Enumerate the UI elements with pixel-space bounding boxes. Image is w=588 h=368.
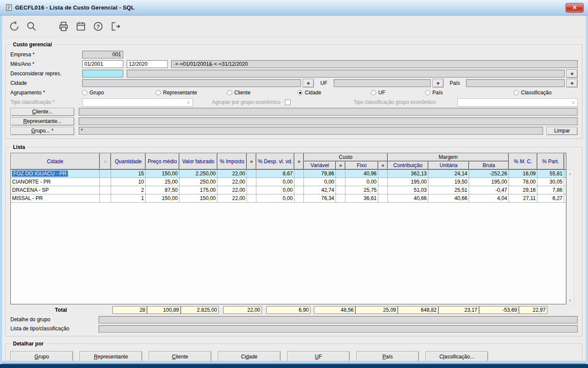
detalhar-representante[interactable]: Representante [80, 351, 142, 361]
column-header-5[interactable]: % Imposto [217, 153, 247, 169]
column-header-14[interactable]: Unitária [428, 161, 469, 169]
agrupamento-radio-grupo[interactable]: Grupo [82, 90, 156, 96]
mes-from-input[interactable]: 01/2001 [82, 60, 123, 68]
lista-tipo-row: Lista de tipo/classificação [10, 325, 578, 332]
grid-cell: -0,47 [469, 186, 509, 194]
tipo-grupo-economico-select[interactable]: ∨ [457, 98, 578, 107]
agrupamento-radio-cliente[interactable]: Cliente [227, 90, 297, 96]
detalhar-grupo[interactable]: Grupo [10, 351, 73, 361]
radio-label: Representante [163, 90, 197, 96]
agrupamento-radio-representante[interactable]: Representante [156, 90, 227, 96]
column-header-7[interactable]: % Desp. vl. vd. [256, 153, 294, 169]
grid-cell: 195,00 [469, 178, 509, 186]
table-row[interactable]: MISSAL - PR1150,00150,0022,000,0076,3436… [11, 194, 566, 203]
column-header-17[interactable]: % Part. [537, 153, 564, 169]
close-button[interactable]: ✕ [566, 3, 584, 13]
print-button[interactable] [58, 20, 70, 32]
column-header-2[interactable]: Quantidade [111, 153, 146, 169]
grid-cell: 2.250,00 [179, 170, 217, 178]
table-row[interactable]: DRACENA - SP287,50175,0022,000,0042,7425… [11, 186, 566, 194]
table-row[interactable]: CIANORTE - PR1025,00250,0022,000,000,000… [11, 178, 566, 186]
grid-cell [336, 170, 345, 178]
empresa-label: Empresa * [10, 52, 82, 58]
detalhar-classificao[interactable]: Classificação... [425, 351, 488, 361]
grid-cell: 362,13 [388, 170, 428, 178]
column-header-11[interactable]: Fixo [345, 161, 378, 169]
agrupamento-radio-uf[interactable]: UF [371, 90, 425, 96]
column-header-0[interactable]: Cidade [11, 153, 100, 169]
grid-cell: 22,00 [217, 170, 247, 178]
grid-cell: 195,00 [388, 178, 428, 186]
grid-cell: 30,05 [537, 178, 564, 186]
scroll-up-icon[interactable]: ∧ [569, 171, 572, 176]
column-header-3[interactable]: Preço médio [146, 153, 179, 169]
scroll-down-icon[interactable]: ∨ [569, 298, 572, 303]
column-header-13[interactable]: Contribuição [388, 161, 428, 169]
exit-button[interactable] [109, 20, 121, 32]
grid-cell [100, 194, 111, 202]
detalhar-buttons: GrupoRepresentanteClienteCidadeUFPaísCla… [10, 351, 578, 361]
tipo-classificacao-label: Tipo classificação * [10, 99, 82, 105]
total-value: 22,00 [223, 306, 262, 314]
mes-ano-label: Mês/Ano * [10, 61, 82, 67]
cidade-lookup-button[interactable]: » [303, 79, 314, 87]
detalhar-uf[interactable]: UF [287, 351, 350, 361]
cliente-button[interactable]: Cliente... [10, 108, 74, 116]
grid-cell: 22,00 [217, 178, 247, 186]
agrupar-grupo-checkbox[interactable] [285, 100, 291, 105]
total-value: 6,90 [266, 306, 310, 314]
mes-to-input[interactable]: 12/2020 [127, 60, 168, 68]
detalhar-pas[interactable]: País [356, 351, 419, 361]
uf-lookup-button[interactable]: » [432, 79, 444, 87]
undo-icon [9, 21, 20, 32]
table-row[interactable]: FOZ DO IGUACU - PR15150,002.250,0022,008… [11, 170, 566, 178]
grid-cell [100, 186, 111, 194]
mes-ano-row: Mês/Ano * 01/2001 12/2020 ·>·=01/01/2001… [10, 60, 578, 68]
column-header-9[interactable]: Variável [304, 161, 336, 169]
grid-cell: 42,74 [304, 186, 336, 194]
grupo-button[interactable]: Grupo... * [10, 127, 74, 135]
column-header-10[interactable]: » [336, 161, 345, 169]
desconsiderar-input[interactable] [82, 70, 123, 77]
city-cell: DRACENA - SP [11, 186, 100, 194]
tipo-classificacao-select[interactable]: ∨ [82, 98, 193, 107]
selected-cell-highlight: FOZ DO IGUACU - PR [12, 171, 68, 177]
agrupamento-radio-cidade[interactable]: Cidade [297, 90, 371, 96]
cidade-row: Cidade » UF » País » [10, 79, 578, 87]
cidade-label: Cidade [10, 80, 82, 86]
column-header-6[interactable]: » [247, 153, 256, 169]
detalhar-cliente[interactable]: Cliente [149, 351, 211, 361]
column-header-8[interactable]: » [294, 153, 304, 169]
representante-button[interactable]: Representante... [10, 117, 74, 126]
pais-lookup-button[interactable]: » [566, 79, 578, 87]
radio-icon [425, 90, 430, 95]
grid-cell: 7,86 [537, 186, 564, 194]
search-button[interactable] [26, 20, 38, 32]
pais-field [466, 79, 565, 87]
grid-cell: 15 [111, 170, 146, 178]
desconsiderar-lookup-button[interactable]: » [566, 69, 578, 78]
limpar-button[interactable]: Limpar [546, 127, 578, 135]
custo-group: CustoVariável»Fixo» [304, 153, 388, 169]
help-button[interactable]: ? [92, 20, 104, 32]
grid-cell: 40,66 [388, 194, 428, 202]
total-value: 100,89 [147, 306, 181, 314]
vertical-scrollbar[interactable]: ∧ ∨ [566, 170, 574, 304]
agrupamento-radio-país[interactable]: País [425, 90, 514, 96]
print-icon [58, 21, 69, 32]
agrupamento-label: Agrupamento * [10, 90, 82, 96]
app-window: GECFL016 - Lista de Custo Gerencial - SQ… [0, 0, 588, 368]
calendar-button[interactable] [75, 20, 87, 32]
grid-cell: 0,00 [256, 194, 294, 202]
grid-cell [294, 178, 304, 186]
agrupamento-radio-classificação[interactable]: Classificação [514, 90, 552, 96]
custo-gerencial-groupbox: Custo gerencial Empresa * 001 Mês/Ano * … [6, 42, 582, 139]
uf-label: UF [314, 80, 334, 86]
column-header-12[interactable]: » [378, 161, 388, 169]
undo-button[interactable] [8, 20, 20, 32]
detalhar-cidade[interactable]: Cidade [218, 351, 281, 361]
column-header-1[interactable]: » [100, 153, 111, 169]
column-header-4[interactable]: Valor faturado [179, 153, 217, 169]
column-header-15[interactable]: Bruta [469, 161, 509, 169]
column-header-16[interactable]: % M. C. [509, 153, 537, 169]
